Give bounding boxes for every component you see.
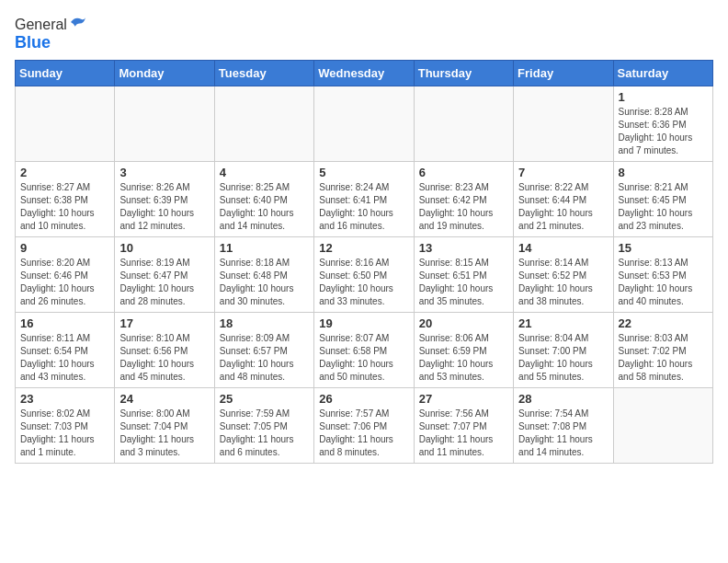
- weekday-header-monday: Monday: [115, 61, 214, 86]
- day-number: 5: [319, 166, 408, 179]
- logo-blue: Blue: [15, 33, 51, 52]
- day-number: 10: [119, 241, 209, 255]
- day-number: 21: [518, 316, 608, 330]
- weekday-header-tuesday: Tuesday: [214, 61, 313, 86]
- calendar-week-row: 2Sunrise: 8:27 AM Sunset: 6:38 PM Daylig…: [16, 162, 713, 237]
- weekday-header-row: SundayMondayTuesdayWednesdayThursdayFrid…: [16, 61, 713, 86]
- calendar-cell: 12Sunrise: 8:16 AM Sunset: 6:50 PM Dayli…: [314, 237, 414, 313]
- day-number: 15: [619, 241, 708, 255]
- day-info: Sunrise: 8:21 AM Sunset: 6:45 PM Dayligh…: [619, 181, 708, 233]
- calendar-cell: 26Sunrise: 7:57 AM Sunset: 7:06 PM Dayli…: [314, 388, 414, 464]
- day-number: 4: [220, 166, 309, 179]
- calendar-cell: 22Sunrise: 8:03 AM Sunset: 7:02 PM Dayli…: [613, 313, 712, 388]
- day-info: Sunrise: 8:03 AM Sunset: 7:02 PM Dayligh…: [619, 332, 708, 384]
- day-number: 8: [619, 166, 708, 179]
- day-number: 16: [20, 316, 109, 330]
- logo-general: General: [15, 17, 67, 32]
- calendar-week-row: 9Sunrise: 8:20 AM Sunset: 6:46 PM Daylig…: [16, 237, 713, 313]
- day-info: Sunrise: 8:15 AM Sunset: 6:51 PM Dayligh…: [419, 257, 508, 308]
- day-number: 3: [119, 166, 209, 179]
- calendar-cell: [314, 86, 414, 162]
- calendar-cell: 17Sunrise: 8:10 AM Sunset: 6:56 PM Dayli…: [115, 313, 214, 388]
- weekday-header-wednesday: Wednesday: [314, 61, 414, 86]
- calendar-cell: 27Sunrise: 7:56 AM Sunset: 7:07 PM Dayli…: [414, 388, 513, 464]
- day-number: 1: [619, 90, 708, 104]
- calendar-week-row: 23Sunrise: 8:02 AM Sunset: 7:03 PM Dayli…: [16, 388, 713, 464]
- day-number: 28: [518, 392, 608, 406]
- calendar-cell: 18Sunrise: 8:09 AM Sunset: 6:57 PM Dayli…: [214, 313, 313, 388]
- weekday-header-friday: Friday: [514, 61, 613, 86]
- day-info: Sunrise: 8:06 AM Sunset: 6:59 PM Dayligh…: [419, 332, 508, 384]
- calendar-cell: [613, 388, 712, 464]
- day-info: Sunrise: 8:10 AM Sunset: 6:56 PM Dayligh…: [119, 332, 209, 384]
- day-info: Sunrise: 8:19 AM Sunset: 6:47 PM Dayligh…: [119, 257, 209, 308]
- calendar-cell: 28Sunrise: 7:54 AM Sunset: 7:08 PM Dayli…: [514, 388, 613, 464]
- calendar-cell: 5Sunrise: 8:24 AM Sunset: 6:41 PM Daylig…: [314, 162, 414, 237]
- day-number: 13: [419, 241, 508, 255]
- calendar-cell: 25Sunrise: 7:59 AM Sunset: 7:05 PM Dayli…: [214, 388, 313, 464]
- logo-bird-icon: [69, 15, 87, 29]
- calendar-cell: 13Sunrise: 8:15 AM Sunset: 6:51 PM Dayli…: [414, 237, 513, 313]
- day-info: Sunrise: 8:28 AM Sunset: 6:36 PM Dayligh…: [619, 106, 708, 157]
- day-info: Sunrise: 8:26 AM Sunset: 6:39 PM Dayligh…: [119, 181, 209, 233]
- calendar-table: SundayMondayTuesdayWednesdayThursdayFrid…: [15, 60, 713, 464]
- day-info: Sunrise: 7:56 AM Sunset: 7:07 PM Dayligh…: [419, 408, 508, 459]
- day-info: Sunrise: 8:14 AM Sunset: 6:52 PM Dayligh…: [518, 257, 608, 308]
- calendar-cell: [16, 86, 115, 162]
- day-info: Sunrise: 8:18 AM Sunset: 6:48 PM Dayligh…: [220, 257, 309, 308]
- calendar-cell: 7Sunrise: 8:22 AM Sunset: 6:44 PM Daylig…: [514, 162, 613, 237]
- calendar-cell: 14Sunrise: 8:14 AM Sunset: 6:52 PM Dayli…: [514, 237, 613, 313]
- calendar-week-row: 1Sunrise: 8:28 AM Sunset: 6:36 PM Daylig…: [16, 86, 713, 162]
- calendar-cell: 16Sunrise: 8:11 AM Sunset: 6:54 PM Dayli…: [16, 313, 115, 388]
- calendar-week-row: 16Sunrise: 8:11 AM Sunset: 6:54 PM Dayli…: [16, 313, 713, 388]
- calendar-cell: 23Sunrise: 8:02 AM Sunset: 7:03 PM Dayli…: [16, 388, 115, 464]
- calendar-cell: 11Sunrise: 8:18 AM Sunset: 6:48 PM Dayli…: [214, 237, 313, 313]
- day-number: 14: [518, 241, 608, 255]
- day-info: Sunrise: 8:24 AM Sunset: 6:41 PM Dayligh…: [319, 181, 408, 233]
- page-header: General Blue: [15, 15, 713, 52]
- day-number: 27: [419, 392, 508, 406]
- calendar-cell: 9Sunrise: 8:20 AM Sunset: 6:46 PM Daylig…: [16, 237, 115, 313]
- day-number: 22: [619, 316, 708, 330]
- calendar-cell: 19Sunrise: 8:07 AM Sunset: 6:58 PM Dayli…: [314, 313, 414, 388]
- calendar-cell: 21Sunrise: 8:04 AM Sunset: 7:00 PM Dayli…: [514, 313, 613, 388]
- day-info: Sunrise: 8:16 AM Sunset: 6:50 PM Dayligh…: [319, 257, 408, 308]
- day-number: 25: [220, 392, 309, 406]
- weekday-header-thursday: Thursday: [414, 61, 513, 86]
- day-info: Sunrise: 7:54 AM Sunset: 7:08 PM Dayligh…: [518, 408, 608, 459]
- day-number: 2: [20, 166, 109, 179]
- day-number: 12: [319, 241, 408, 255]
- day-number: 9: [20, 241, 109, 255]
- day-number: 18: [220, 316, 309, 330]
- day-number: 19: [319, 316, 408, 330]
- day-info: Sunrise: 8:09 AM Sunset: 6:57 PM Dayligh…: [220, 332, 309, 384]
- day-number: 23: [20, 392, 109, 406]
- calendar-cell: [214, 86, 313, 162]
- day-info: Sunrise: 7:59 AM Sunset: 7:05 PM Dayligh…: [220, 408, 309, 459]
- weekday-header-saturday: Saturday: [613, 61, 712, 86]
- day-number: 20: [419, 316, 508, 330]
- calendar-cell: 15Sunrise: 8:13 AM Sunset: 6:53 PM Dayli…: [613, 237, 712, 313]
- day-number: 11: [220, 241, 309, 255]
- calendar-cell: 8Sunrise: 8:21 AM Sunset: 6:45 PM Daylig…: [613, 162, 712, 237]
- weekday-header-sunday: Sunday: [16, 61, 115, 86]
- calendar-cell: [115, 86, 214, 162]
- calendar-cell: 3Sunrise: 8:26 AM Sunset: 6:39 PM Daylig…: [115, 162, 214, 237]
- day-number: 6: [419, 166, 508, 179]
- day-info: Sunrise: 7:57 AM Sunset: 7:06 PM Dayligh…: [319, 408, 408, 459]
- calendar-cell: 6Sunrise: 8:23 AM Sunset: 6:42 PM Daylig…: [414, 162, 513, 237]
- calendar-cell: 20Sunrise: 8:06 AM Sunset: 6:59 PM Dayli…: [414, 313, 513, 388]
- day-number: 17: [119, 316, 209, 330]
- day-info: Sunrise: 8:27 AM Sunset: 6:38 PM Dayligh…: [20, 181, 109, 233]
- day-info: Sunrise: 8:23 AM Sunset: 6:42 PM Dayligh…: [419, 181, 508, 233]
- day-info: Sunrise: 8:25 AM Sunset: 6:40 PM Dayligh…: [220, 181, 309, 233]
- day-info: Sunrise: 8:22 AM Sunset: 6:44 PM Dayligh…: [518, 181, 608, 233]
- calendar-cell: [414, 86, 513, 162]
- day-number: 24: [119, 392, 209, 406]
- day-info: Sunrise: 8:11 AM Sunset: 6:54 PM Dayligh…: [20, 332, 109, 384]
- calendar-cell: 10Sunrise: 8:19 AM Sunset: 6:47 PM Dayli…: [115, 237, 214, 313]
- day-number: 26: [319, 392, 408, 406]
- calendar-cell: 4Sunrise: 8:25 AM Sunset: 6:40 PM Daylig…: [214, 162, 313, 237]
- calendar-cell: [514, 86, 613, 162]
- day-info: Sunrise: 8:13 AM Sunset: 6:53 PM Dayligh…: [619, 257, 708, 308]
